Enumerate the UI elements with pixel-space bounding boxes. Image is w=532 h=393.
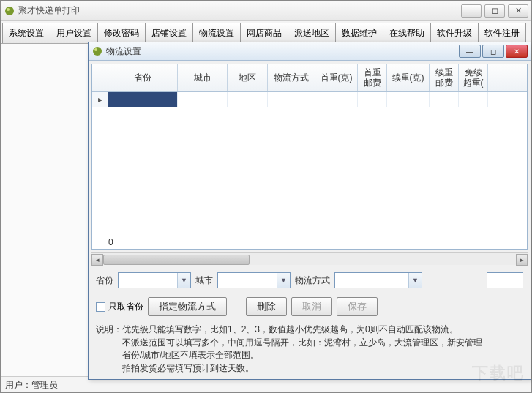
child-title: 物流设置 [106, 45, 459, 58]
chevron-down-icon: ▼ [177, 273, 190, 288]
province-label: 省份 [96, 274, 113, 287]
cell-district[interactable] [228, 92, 268, 107]
cell-shipping[interactable] [268, 92, 315, 107]
col-district[interactable]: 地区 [228, 64, 268, 91]
col-first-weight[interactable]: 首重(克) [315, 64, 358, 91]
col-province[interactable]: 省份 [108, 64, 178, 91]
tab-data-maintenance[interactable]: 数据维护 [335, 23, 383, 43]
delete-button[interactable]: 删除 [246, 297, 287, 316]
svg-point-0 [5, 7, 14, 15]
cell-first-fee[interactable] [358, 92, 387, 107]
desc-line4: 拍拍发货必需填写预计到达天数。 [122, 363, 254, 373]
child-icon [91, 45, 103, 57]
svg-point-2 [93, 47, 102, 56]
desc-line1: 优先级只能填写数字，比如1、2、3，数值越小优先级越高，为0则不自动匹配该物流。 [122, 324, 458, 334]
tab-software-register[interactable]: 软件注册 [478, 23, 526, 43]
status-user: 用户：管理员 [5, 380, 58, 390]
set-shipping-button[interactable]: 指定物流方式 [148, 297, 227, 316]
desc-body: 优先级只能填写数字，比如1、2、3，数值越小优先级越高，为0则不自动匹配该物流。… [122, 323, 482, 375]
tab-store-settings[interactable]: 店铺设置 [145, 23, 193, 43]
tab-user-settings[interactable]: 用户设置 [50, 23, 98, 43]
tab-online-help[interactable]: 在线帮助 [383, 23, 431, 43]
col-cont-fee[interactable]: 续重邮费 [430, 64, 459, 91]
tab-system-settings[interactable]: 系统设置 [2, 23, 50, 43]
child-window-buttons: — ◻ ✕ [459, 45, 528, 58]
scroll-thumb[interactable] [103, 255, 250, 265]
maximize-button[interactable]: ◻ [484, 4, 505, 18]
cell-cont-fee[interactable] [430, 92, 459, 107]
city-combo[interactable]: ▼ [217, 272, 291, 288]
scroll-left-icon[interactable]: ◂ [91, 254, 103, 266]
col-city[interactable]: 城市 [178, 64, 228, 91]
cancel-button[interactable]: 取消 [291, 297, 332, 316]
save-button[interactable]: 保存 [337, 297, 378, 316]
action-row: 只取省份 指定物流方式 删除 取消 保存 [89, 293, 531, 321]
svg-point-1 [7, 8, 10, 11]
tab-online-products[interactable]: 网店商品 [240, 23, 288, 43]
child-titlebar[interactable]: 物流设置 — ◻ ✕ [89, 42, 531, 61]
shipping-combo[interactable]: ▼ [334, 272, 422, 288]
desc-line3: 省份/城市/地区不填表示全部范围。 [122, 350, 259, 360]
col-cont-weight[interactable]: 续重(克) [387, 64, 430, 91]
chevron-down-icon: ▼ [277, 273, 290, 288]
main-tabs: 系统设置 用户设置 修改密码 店铺设置 物流设置 网店商品 派送地区 数据维护 … [1, 21, 531, 44]
svg-point-3 [94, 48, 97, 51]
tab-software-upgrade[interactable]: 软件升级 [430, 23, 479, 43]
child-close-button[interactable]: ✕ [506, 45, 528, 58]
cell-free-over[interactable] [459, 92, 488, 107]
grid-hscrollbar[interactable]: ◂ ▸ [91, 252, 528, 266]
description-text: 说明： 优先级只能填写数字，比如1、2、3，数值越小优先级越高，为0则不自动匹配… [89, 321, 531, 379]
grid-corner [92, 64, 108, 91]
child-minimize-button[interactable]: — [459, 45, 481, 58]
grid-body[interactable]: ▸ [92, 92, 527, 236]
close-button[interactable]: ✕ [508, 4, 528, 18]
tab-change-password[interactable]: 修改密码 [97, 23, 146, 43]
row-indicator-icon: ▸ [92, 92, 108, 107]
grid-footer-value: 0 [108, 237, 113, 247]
col-shipping-method[interactable]: 物流方式 [268, 64, 315, 91]
logistics-settings-window: 物流设置 — ◻ ✕ 省份 城市 地区 物流方式 首重(克) 首重邮费 续重(克… [88, 42, 531, 380]
logistics-grid: 省份 城市 地区 物流方式 首重(克) 首重邮费 续重(克) 续重邮费 免续超重… [91, 64, 528, 250]
city-label: 城市 [195, 274, 213, 287]
tab-logistics-settings[interactable]: 物流设置 [192, 23, 241, 43]
province-combo[interactable]: ▼ [118, 272, 191, 288]
main-titlebar: 聚才快递单打印 — ◻ ✕ [1, 1, 531, 21]
desc-line2: 不派送范围可以填写多个，中间用逗号隔开，比如：泥湾村，立少岛，大流管理区，新安管… [122, 337, 482, 348]
only-province-label: 只取省份 [108, 301, 143, 313]
app-icon [4, 5, 15, 17]
main-title: 聚才快递单打印 [18, 4, 461, 17]
tab-delivery-area[interactable]: 派送地区 [288, 23, 336, 43]
cell-province[interactable] [108, 92, 178, 107]
chevron-down-icon: ▼ [408, 273, 422, 288]
table-row[interactable]: ▸ [92, 92, 527, 107]
scroll-right-icon[interactable]: ▸ [516, 254, 528, 266]
cell-first-weight[interactable] [315, 92, 358, 107]
checkbox-icon [96, 302, 105, 312]
child-maximize-button[interactable]: ◻ [482, 45, 504, 58]
col-first-fee[interactable]: 首重邮费 [358, 64, 387, 91]
cell-cont-weight[interactable] [387, 92, 430, 107]
desc-prefix: 说明： [96, 323, 122, 375]
main-window-buttons: — ◻ ✕ [461, 4, 528, 18]
filter-row: 省份 ▼ 城市 ▼ 物流方式 ▼ [89, 268, 531, 293]
only-province-checkbox[interactable]: 只取省份 [96, 301, 143, 313]
grid-footer: 0 [92, 236, 527, 249]
minimize-button[interactable]: — [461, 4, 482, 18]
col-free-overweight[interactable]: 免续超重( [459, 64, 488, 91]
extra-input[interactable] [487, 272, 523, 288]
cell-city[interactable] [178, 92, 228, 107]
shipping-label: 物流方式 [295, 274, 330, 287]
grid-header: 省份 城市 地区 物流方式 首重(克) 首重邮费 续重(克) 续重邮费 免续超重… [92, 64, 527, 92]
